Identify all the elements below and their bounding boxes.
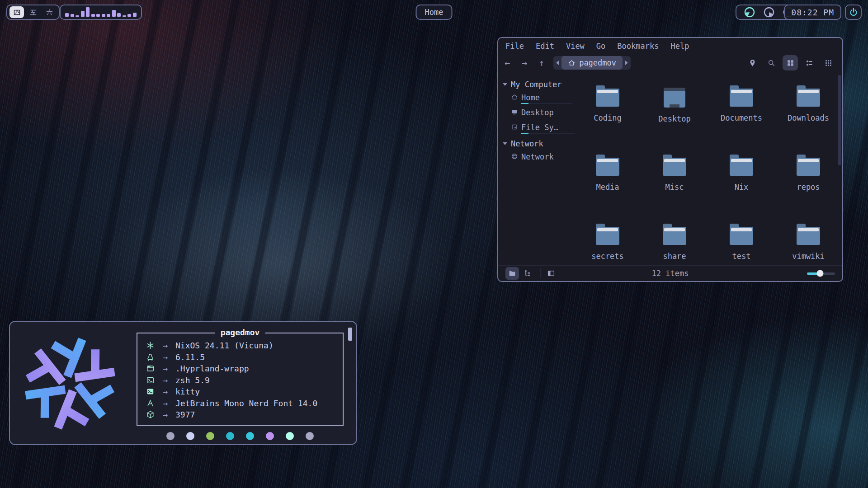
- path-scroll-left-button[interactable]: [553, 61, 561, 65]
- fastfetch-line: →zsh 5.9: [145, 375, 343, 386]
- palette-color-7: [286, 432, 294, 440]
- workspace-5[interactable]: [26, 6, 40, 18]
- gauge-indicator-1: [744, 6, 755, 18]
- folder-icon: [596, 89, 619, 107]
- font-icon: [146, 399, 155, 408]
- menu-view[interactable]: View: [566, 42, 585, 51]
- menu-edit[interactable]: Edit: [536, 42, 554, 51]
- workspace-4-active[interactable]: [9, 6, 24, 18]
- gauge-ring-icon: [744, 6, 755, 18]
- folder-item-nix[interactable]: Nix: [708, 153, 775, 222]
- chevron-left-icon: [556, 61, 559, 65]
- folder-label: secrets: [591, 252, 624, 261]
- sidebar-item-desktop[interactable]: Desktop: [502, 106, 574, 121]
- visualizer-bar: [75, 15, 79, 17]
- folder-label: test: [732, 252, 751, 261]
- folder-item-downloads[interactable]: Downloads: [775, 84, 842, 153]
- sidebar-item-home[interactable]: Home: [502, 91, 574, 106]
- sidebar-group-network[interactable]: Network: [502, 137, 574, 150]
- sidebar-group-my-computer[interactable]: My Computer: [502, 78, 574, 91]
- sidebar-group: My ComputerHomeDesktopFile Sy…: [502, 78, 574, 136]
- palette-color-3: [206, 432, 214, 440]
- folder-item-media[interactable]: Media: [574, 153, 641, 222]
- path-segment-home[interactable]: pagedmov: [561, 56, 623, 70]
- sidebar-group: NetworkNetwork: [502, 137, 574, 165]
- compact-view-button[interactable]: [821, 55, 836, 70]
- home-icon: [511, 94, 518, 101]
- fastfetch-line: →kitty: [145, 386, 343, 398]
- grid-view-icon: [786, 59, 795, 67]
- compact-view-icon: [824, 59, 833, 67]
- folder-item-documents[interactable]: Documents: [708, 84, 775, 153]
- menu-go[interactable]: Go: [596, 42, 605, 51]
- power-icon: [849, 7, 859, 17]
- icon-zoom-slider[interactable]: [807, 272, 835, 275]
- pin-icon: [748, 59, 757, 67]
- fastfetch-value: 6.11.5: [175, 352, 205, 362]
- places-sidebar: My ComputerHomeDesktopFile Sy…NetworkNet…: [498, 73, 574, 265]
- search-button[interactable]: [764, 55, 779, 70]
- sidebar-item-label: Network: [521, 150, 554, 161]
- show-tree-button[interactable]: [521, 267, 534, 280]
- folder-item-test[interactable]: test: [708, 222, 775, 291]
- up-button[interactable]: ↑: [539, 57, 544, 68]
- sidebar-item-network[interactable]: Network: [502, 150, 574, 165]
- workspace-switcher[interactable]: [6, 5, 60, 20]
- terminal-scrollbar-thumb[interactable]: [348, 328, 352, 341]
- folder-view: CodingDesktopDocumentsDownloadsMediaMisc…: [574, 73, 842, 265]
- folder-icon: [797, 158, 820, 176]
- visualizer-bar: [91, 14, 95, 17]
- grid-view-button[interactable]: [783, 55, 798, 70]
- sidebar-group-label: My Computer: [511, 80, 562, 89]
- folder-icon: [797, 89, 820, 107]
- workspace-6[interactable]: [42, 6, 57, 18]
- pin-button[interactable]: [745, 55, 760, 70]
- toggle-side-pane-button[interactable]: [544, 267, 558, 280]
- visualizer-bar: [102, 14, 105, 17]
- back-button[interactable]: ←: [505, 57, 510, 68]
- scrollbar-thumb[interactable]: [838, 75, 841, 165]
- menu-help[interactable]: Help: [670, 42, 689, 51]
- fastfetch-value: .Hyprland-wrapp: [175, 364, 249, 373]
- path-scroll-right-button[interactable]: [623, 61, 631, 65]
- desktop-icon: [511, 108, 518, 116]
- folder-grid: CodingDesktopDocumentsDownloadsMediaMisc…: [574, 73, 842, 291]
- list-view-button[interactable]: [802, 55, 817, 70]
- folder-label: repos: [797, 183, 820, 192]
- arrow-icon: →: [156, 364, 175, 373]
- list-view-icon: [805, 59, 814, 67]
- fastfetch-value: NixOS 24.11 (Vicuna): [175, 341, 274, 350]
- sidebar-item-label: Desktop: [521, 106, 554, 117]
- gauge-ring-icon: [763, 6, 775, 18]
- file-manager-body: My ComputerHomeDesktopFile Sy…NetworkNet…: [498, 73, 842, 265]
- icon-zoom-knob[interactable]: [816, 270, 823, 277]
- tree-icon: [524, 269, 532, 277]
- packages-icon: [146, 410, 155, 419]
- terminal-icon: [145, 387, 156, 396]
- desktop-icon: [511, 108, 518, 116]
- folder-item-repos[interactable]: repos: [775, 153, 842, 222]
- menu-file[interactable]: File: [505, 42, 524, 51]
- folder-label: Documents: [721, 113, 762, 122]
- folder-item-desktop[interactable]: Desktop: [641, 84, 708, 153]
- active-window-title-pill[interactable]: Home: [416, 5, 453, 20]
- folder-item-coding[interactable]: Coding: [574, 84, 641, 153]
- folder-label: share: [663, 252, 686, 261]
- palette-color-8: [306, 432, 314, 440]
- folder-item-misc[interactable]: Misc: [641, 153, 708, 222]
- sidebar-item-text: Desktop: [521, 106, 554, 117]
- menu-bookmarks[interactable]: Bookmarks: [617, 42, 659, 51]
- folder-item-share[interactable]: share: [641, 222, 708, 291]
- folder-item-vimwiki[interactable]: vimwiki: [775, 222, 842, 291]
- sidebar-group-label: Network: [511, 139, 543, 148]
- folder-icon: [797, 227, 820, 245]
- folder-item-secrets[interactable]: secrets: [574, 222, 641, 291]
- sidebar-item-filesy[interactable]: File Sy…: [502, 121, 574, 136]
- desktop-folder-icon: [664, 88, 685, 108]
- power-button[interactable]: [845, 5, 862, 20]
- show-places-button[interactable]: [505, 267, 519, 280]
- forward-button[interactable]: →: [522, 57, 527, 68]
- fastfetch-line: →6.11.5: [145, 352, 343, 363]
- visualizer-bar: [71, 14, 74, 17]
- fastfetch-value: zsh 5.9: [175, 375, 210, 385]
